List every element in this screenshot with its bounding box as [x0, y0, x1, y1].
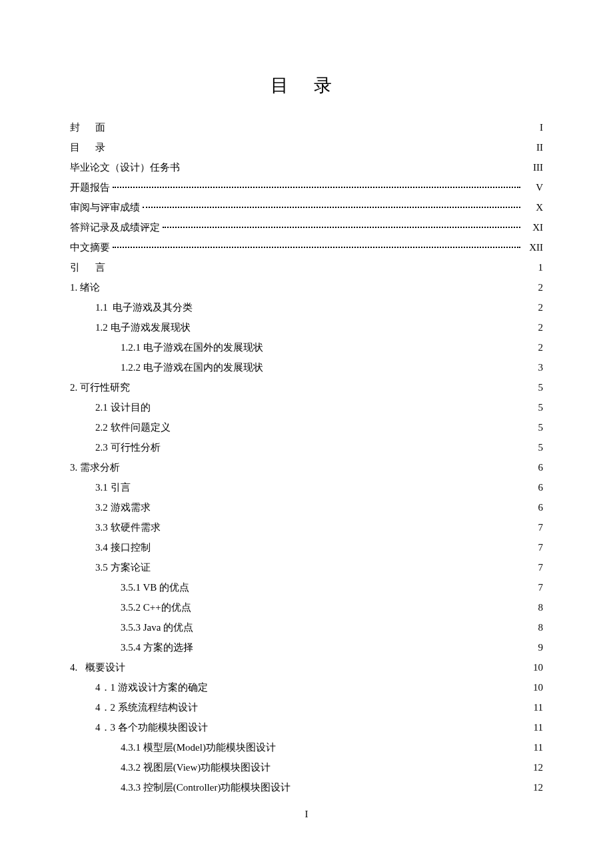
toc-entry-page: X [523, 197, 543, 217]
toc-entry: 4．3 各个功能模块图设计11 [70, 717, 543, 737]
toc-entry-label: 中文摘要 [70, 237, 110, 257]
toc-leader-dots [163, 227, 520, 228]
toc-entry: 1.1 电子游戏及其分类2 [70, 297, 543, 317]
toc-entry-label: 毕业论文（设计）任务书 [70, 157, 180, 177]
toc-entry: 3.1 引言6 [70, 477, 543, 497]
toc-entry: 4. 概要设计10 [70, 657, 543, 677]
toc-entry: 引 言1 [70, 257, 543, 277]
toc-entry: 3.5.1 VB 的优点7 [70, 577, 543, 597]
toc-entry-label: 目 录 [70, 137, 105, 157]
toc-entry-label: 1.2 电子游戏发展现状 [95, 317, 191, 337]
toc-entry-page: 8 [523, 597, 543, 617]
toc-entry-page: 10 [523, 657, 543, 677]
toc-entry: 毕业论文（设计）任务书III [70, 157, 543, 177]
toc-entry-label: 3.3 软硬件需求 [95, 517, 161, 537]
toc-entry-label: 2.2 软件问题定义 [95, 417, 171, 437]
toc-entry-label: 封 面 [70, 117, 105, 137]
toc-leader-dots [113, 187, 520, 188]
toc-entry: 4.3.3 控制层(Controller)功能模块图设计12 [70, 777, 543, 797]
toc-entry-page: XI [523, 217, 543, 237]
toc-entry: 4.3.2 视图层(View)功能模块图设计12 [70, 757, 543, 777]
toc-entry-label: 3.5 方案论证 [95, 557, 151, 577]
toc-entry-page: 1 [523, 257, 543, 277]
toc-entry-label: 3. 需求分析 [70, 457, 120, 477]
toc-entry: 审阅与评审成绩X [70, 197, 543, 217]
toc-entry-label: 4.3.2 视图层(View)功能模块图设计 [121, 757, 271, 777]
toc-entry: 答辩记录及成绩评定XI [70, 217, 543, 237]
toc-entry: 3.5.3 Java 的优点8 [70, 617, 543, 637]
toc-entry: 3.3 软硬件需求7 [70, 517, 543, 537]
toc-entry: 3.5 方案论证7 [70, 557, 543, 577]
toc-entry-label: 3.5.3 Java 的优点 [121, 617, 193, 637]
toc-entry: 中文摘要XII [70, 237, 543, 257]
page-footer: I [0, 809, 613, 820]
toc-entry-page: 10 [523, 677, 543, 697]
toc-entry-label: 1.2.2 电子游戏在国内的发展现状 [121, 357, 263, 377]
toc-entry-page: 6 [523, 497, 543, 517]
toc-entry: 1.2.1 电子游戏在国外的发展现状2 [70, 337, 543, 357]
toc-entry: 开题报告V [70, 177, 543, 197]
toc-entry-page: 12 [523, 757, 543, 777]
toc-entry-page: 7 [523, 517, 543, 537]
toc-entry-page: 8 [523, 617, 543, 637]
toc-entry-page: 12 [523, 777, 543, 797]
toc-entry: 1.2.2 电子游戏在国内的发展现状3 [70, 357, 543, 377]
toc-entry-label: 4．1 游戏设计方案的确定 [95, 677, 208, 697]
toc-entry-page: 2 [523, 277, 543, 297]
toc-entry-page: XII [523, 237, 543, 257]
toc-entry: 2.1 设计目的5 [70, 397, 543, 417]
toc-entry-page: 5 [523, 417, 543, 437]
toc-entry-label: 4. 概要设计 [70, 657, 125, 677]
toc-entry: 3.5.4 方案的选择9 [70, 637, 543, 657]
toc-entry-page: 6 [523, 457, 543, 477]
toc-entry: 3.5.2 C++的优点8 [70, 597, 543, 617]
toc-entry-label: 3.2 游戏需求 [95, 497, 151, 517]
toc-entry-page: 2 [523, 337, 543, 357]
toc-entry-label: 3.5.4 方案的选择 [121, 637, 193, 657]
toc-entry: 2.3 可行性分析5 [70, 437, 543, 457]
toc-entry-page: II [523, 137, 543, 157]
toc-entry-page: 5 [523, 397, 543, 417]
toc-leader-dots [143, 207, 520, 208]
toc-entry: 目 录II [70, 137, 543, 157]
toc-entry-page: 2 [523, 317, 543, 337]
toc-entry-label: 2. 可行性研究 [70, 377, 130, 397]
toc-entry-page: 5 [523, 377, 543, 397]
toc-entry: 2. 可行性研究5 [70, 377, 543, 397]
toc-entry-label: 审阅与评审成绩 [70, 197, 140, 217]
toc-entry: 1. 绪论2 [70, 277, 543, 297]
toc-entry-page: 7 [523, 557, 543, 577]
toc-leader-dots [113, 247, 520, 248]
toc-entry-page: 11 [523, 697, 543, 717]
toc-entry-label: 4.3.3 控制层(Controller)功能模块图设计 [121, 777, 291, 797]
toc-entry-label: 4.3.1 模型层(Model)功能模块图设计 [121, 737, 276, 757]
toc-entry-label: 3.5.1 VB 的优点 [121, 577, 189, 597]
toc-entry: 4．2 系统流程结构设计11 [70, 697, 543, 717]
toc-entry: 封 面I [70, 117, 543, 137]
toc-entry-page: 3 [523, 357, 543, 377]
toc-entry-label: 4．3 各个功能模块图设计 [95, 717, 208, 737]
toc-entry-label: 2.1 设计目的 [95, 397, 151, 417]
page-title: 目 录 [70, 73, 543, 97]
toc-entry-page: 11 [523, 717, 543, 737]
toc-entry-label: 开题报告 [70, 177, 110, 197]
toc-entry: 3.2 游戏需求6 [70, 497, 543, 517]
toc-entry-page: 5 [523, 437, 543, 457]
toc-entry-label: 1.1 电子游戏及其分类 [95, 297, 193, 317]
toc-entry-page: 6 [523, 477, 543, 497]
toc-entry-page: 11 [523, 737, 543, 757]
toc-entry-page: 2 [523, 297, 543, 317]
toc-entry-page: III [523, 157, 543, 177]
toc-entry-page: I [523, 117, 543, 137]
toc-entry: 3. 需求分析6 [70, 457, 543, 477]
toc-entry: 4.3.1 模型层(Model)功能模块图设计11 [70, 737, 543, 757]
table-of-contents: 封 面I目 录II毕业论文（设计）任务书III开题报告V审阅与评审成绩X答辩记录… [70, 117, 543, 797]
toc-entry-label: 3.4 接口控制 [95, 537, 151, 557]
toc-entry-page: V [523, 177, 543, 197]
toc-entry: 2.2 软件问题定义5 [70, 417, 543, 437]
toc-entry-page: 7 [523, 577, 543, 597]
toc-entry-label: 3.1 引言 [95, 477, 131, 497]
toc-entry-label: 1. 绪论 [70, 277, 100, 297]
toc-entry-page: 9 [523, 637, 543, 657]
toc-entry-label: 4．2 系统流程结构设计 [95, 697, 198, 717]
